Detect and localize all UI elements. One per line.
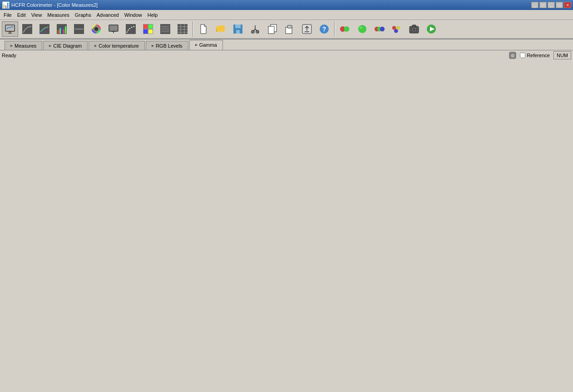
tab-cie-diagram[interactable]: CIE Diagram xyxy=(43,41,88,50)
window-title: HCFR Colorimeter - [Color Measures2] xyxy=(11,2,531,8)
svg-point-15 xyxy=(94,27,98,31)
reference-label: Reference xyxy=(527,53,550,58)
tabbar: Measures CIE Diagram Color temperature R… xyxy=(0,39,573,50)
inner-minimize-button[interactable]: _ xyxy=(548,2,555,8)
svg-rect-21 xyxy=(143,24,148,29)
toolbar-btn-copy[interactable] xyxy=(264,21,281,37)
toolbar-btn-upload[interactable] xyxy=(299,21,315,37)
svg-point-54 xyxy=(344,26,349,32)
menu-advanced[interactable]: Advanced xyxy=(94,11,122,19)
toolbar-btn-monitor[interactable] xyxy=(2,21,18,37)
window-controls: _ □ _ □ ✕ xyxy=(531,2,571,8)
toolbar-separator-1 xyxy=(193,21,193,37)
tab-rgb-levels[interactable]: RGB Levels xyxy=(146,41,188,50)
svg-rect-24 xyxy=(148,29,153,34)
menu-help[interactable]: Help xyxy=(145,11,161,19)
toolbar-btn-camera[interactable] xyxy=(406,21,422,37)
maximize-button[interactable]: □ xyxy=(539,2,547,8)
svg-rect-47 xyxy=(287,25,292,28)
svg-rect-19 xyxy=(126,24,136,34)
menu-edit[interactable]: Edit xyxy=(15,11,29,19)
reference-checkbox-container: Reference xyxy=(520,53,550,58)
toolbar-btn-color-grid[interactable] xyxy=(140,21,156,37)
menu-graphs[interactable]: Graphs xyxy=(72,11,94,19)
toolbar-btn-curve1[interactable] xyxy=(19,21,35,37)
toolbar-btn-play[interactable] xyxy=(423,21,440,37)
svg-rect-22 xyxy=(148,24,153,29)
toolbar-separator-2 xyxy=(334,21,335,37)
svg-rect-16 xyxy=(109,25,118,31)
status-icon: ⚙ xyxy=(509,52,516,59)
menu-file[interactable]: File xyxy=(1,11,15,19)
toolbar-btn-curve-ref[interactable] xyxy=(123,21,139,37)
toolbar-btn-green-ball[interactable] xyxy=(354,21,370,37)
svg-point-62 xyxy=(394,29,398,33)
toolbar-btn-curve2[interactable] xyxy=(36,21,53,37)
svg-rect-25 xyxy=(160,24,170,34)
tab-measures[interactable]: Measures xyxy=(5,41,42,50)
svg-point-65 xyxy=(413,28,415,31)
toolbar-btn-lines[interactable] xyxy=(157,21,173,37)
svg-text:?: ? xyxy=(322,25,326,33)
reference-checkbox[interactable] xyxy=(520,53,525,58)
svg-point-55 xyxy=(358,25,366,33)
svg-rect-7 xyxy=(58,30,59,34)
svg-rect-30 xyxy=(178,24,188,34)
minimize-button[interactable]: _ xyxy=(531,2,538,8)
toolbar: ? xyxy=(0,20,573,39)
svg-line-42 xyxy=(255,29,258,33)
toolbar-btn-table[interactable] xyxy=(174,21,191,37)
menubar: File Edit View Measures Graphs Advanced … xyxy=(0,10,573,20)
svg-rect-23 xyxy=(143,29,148,34)
svg-rect-4 xyxy=(22,24,32,34)
tab-color-temperature[interactable]: Color temperature xyxy=(89,41,145,50)
toolbar-btn-record-balls[interactable] xyxy=(337,21,353,37)
toolbar-btn-help[interactable]: ? xyxy=(316,21,332,37)
svg-rect-37 xyxy=(235,24,241,28)
svg-line-41 xyxy=(252,29,255,33)
svg-rect-66 xyxy=(412,25,416,27)
svg-text:⚙: ⚙ xyxy=(511,54,514,58)
svg-rect-11 xyxy=(65,26,66,34)
titlebar: 📊 HCFR Colorimeter - [Color Measures2] _… xyxy=(0,0,573,10)
toolbar-btn-monitor2[interactable] xyxy=(105,21,122,37)
num-badge: NUM xyxy=(553,51,571,59)
menu-view[interactable]: View xyxy=(29,11,45,19)
svg-rect-10 xyxy=(63,29,64,34)
svg-point-59 xyxy=(380,27,385,31)
svg-rect-45 xyxy=(268,26,274,34)
close-button[interactable]: ✕ xyxy=(564,2,571,8)
statusbar: Ready ⚙ Reference NUM xyxy=(0,50,573,60)
menu-measures[interactable]: Measures xyxy=(44,11,72,19)
status-right: ⚙ Reference NUM xyxy=(509,51,571,59)
toolbar-btn-color[interactable] xyxy=(88,21,104,37)
toolbar-btn-paste[interactable] xyxy=(282,21,298,37)
toolbar-btn-bars[interactable] xyxy=(54,21,70,37)
status-text: Ready xyxy=(2,53,505,58)
toolbar-btn-multi-balls[interactable] xyxy=(389,21,405,37)
svg-rect-8 xyxy=(59,28,61,34)
toolbar-btn-open[interactable] xyxy=(212,21,229,37)
menu-window[interactable]: Window xyxy=(122,11,145,19)
toolbar-btn-color-balls[interactable] xyxy=(371,21,388,37)
svg-rect-9 xyxy=(61,27,63,34)
app-icon: 📊 xyxy=(2,1,10,9)
tab-gamma[interactable]: Gamma xyxy=(189,40,223,50)
toolbar-btn-new[interactable] xyxy=(195,21,212,37)
toolbar-btn-cut[interactable] xyxy=(247,21,263,37)
inner-maximize-button[interactable]: □ xyxy=(556,2,563,8)
toolbar-btn-save[interactable] xyxy=(230,21,246,37)
toolbar-btn-flat[interactable] xyxy=(71,21,87,37)
svg-point-56 xyxy=(360,27,362,29)
svg-rect-38 xyxy=(236,30,240,34)
